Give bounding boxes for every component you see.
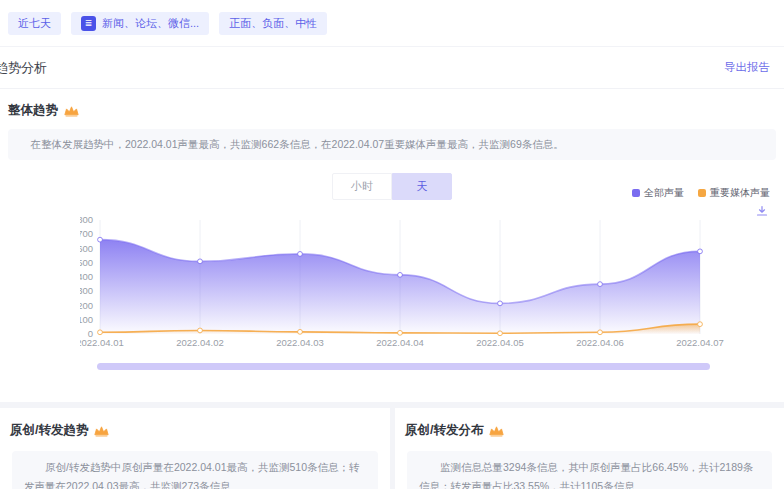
chip-media-types-label: 新闻、论坛、微信... xyxy=(102,16,199,31)
section-title: 趋势分析 xyxy=(0,59,47,77)
origin-repost-dist-title: 原创/转发分布 xyxy=(405,422,483,439)
chart-legend: 全部声量 重要媒体声量 xyxy=(632,186,770,200)
legend-label-media: 重要媒体声量 xyxy=(710,186,770,200)
trend-chart-area[interactable]: 2022.04.012022.04.022022.04.032022.04.04… xyxy=(80,200,784,350)
crown-icon xyxy=(489,425,504,437)
overall-trend-header: 整体趋势 xyxy=(8,102,784,119)
crown-icon xyxy=(94,425,109,437)
card-origin-repost-distribution: 原创/转发分布 监测信息总量3294条信息，其中原创声量占比66.45%，共计2… xyxy=(395,408,784,489)
origin-repost-trend-header: 原创/转发趋势 xyxy=(10,422,380,439)
svg-text:2022.04.02: 2022.04.02 xyxy=(176,337,224,348)
svg-text:400: 400 xyxy=(80,271,93,282)
origin-repost-dist-summary: 监测信息总量3294条信息，其中原创声量占比66.45%，共计2189条信息；转… xyxy=(407,451,772,489)
legend-item-media[interactable]: 重要媒体声量 xyxy=(698,186,770,200)
legend-swatch-media xyxy=(698,189,706,197)
toggle-day[interactable]: 天 xyxy=(392,173,452,200)
chip-media-types[interactable]: ≣ 新闻、论坛、微信... xyxy=(71,12,209,35)
overall-trend-summary: 在整体发展趋势中，2022.04.01声量最高，共监测662条信息，在2022.… xyxy=(8,129,776,160)
chart-scrollbar[interactable] xyxy=(97,363,710,370)
svg-text:600: 600 xyxy=(80,243,93,254)
svg-text:700: 700 xyxy=(80,228,93,239)
media-icon: ≣ xyxy=(81,16,96,31)
section-header: 趋势分析 导出报告 xyxy=(0,47,784,89)
overall-trend-title: 整体趋势 xyxy=(8,102,58,119)
origin-repost-dist-header: 原创/转发分布 xyxy=(405,422,774,439)
svg-text:2022.04.06: 2022.04.06 xyxy=(576,337,624,348)
svg-text:100: 100 xyxy=(80,314,93,325)
bottom-cards-row: 原创/转发趋势 原创/转发趋势中原创声量在2022.04.01最高，共监测510… xyxy=(0,408,784,489)
svg-text:800: 800 xyxy=(80,214,93,225)
crown-icon xyxy=(64,105,79,117)
legend-label-total: 全部声量 xyxy=(644,186,684,200)
trend-analysis-card: 趋势分析 导出报告 整体趋势 在整体发展趋势中，2022.04.01声量最高，共… xyxy=(0,46,784,402)
svg-text:2022.04.07: 2022.04.07 xyxy=(676,337,724,348)
svg-text:2022.04.01: 2022.04.01 xyxy=(80,337,124,348)
svg-text:0: 0 xyxy=(88,328,93,339)
legend-item-total[interactable]: 全部声量 xyxy=(632,186,684,200)
chip-sentiment[interactable]: 正面、负面、中性 xyxy=(219,12,327,35)
chip-date-range[interactable]: 近七天 xyxy=(8,12,61,35)
chip-sentiment-label: 正面、负面、中性 xyxy=(229,16,317,31)
svg-text:300: 300 xyxy=(80,285,93,296)
trend-chart: 2022.04.012022.04.022022.04.032022.04.04… xyxy=(80,200,784,350)
svg-text:2022.04.04: 2022.04.04 xyxy=(376,337,424,348)
svg-text:2022.04.03: 2022.04.03 xyxy=(276,337,324,348)
svg-text:2022.04.05: 2022.04.05 xyxy=(476,337,524,348)
origin-repost-trend-summary: 原创/转发趋势中原创声量在2022.04.01最高，共监测510条信息；转发声量… xyxy=(12,451,378,489)
legend-swatch-total xyxy=(632,189,640,197)
toggle-hour[interactable]: 小时 xyxy=(332,173,392,200)
svg-text:500: 500 xyxy=(80,257,93,268)
origin-repost-trend-title: 原创/转发趋势 xyxy=(10,422,88,439)
chip-date-range-label: 近七天 xyxy=(18,16,51,31)
card-origin-repost-trend: 原创/转发趋势 原创/转发趋势中原创声量在2022.04.01最高，共监测510… xyxy=(0,408,390,489)
export-report-link[interactable]: 导出报告 xyxy=(724,60,770,75)
filter-bar: 近七天 ≣ 新闻、论坛、微信... 正面、负面、中性 xyxy=(0,0,784,46)
svg-text:200: 200 xyxy=(80,300,93,311)
